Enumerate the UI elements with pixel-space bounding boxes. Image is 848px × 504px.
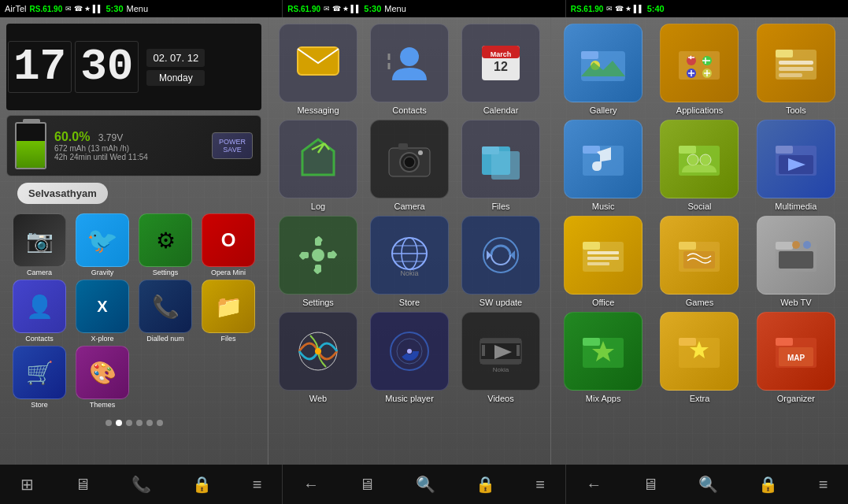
messaging-label: Messaging [297,106,339,115]
app-videos[interactable]: Nokia Videos [457,312,544,403]
app-sw-update[interactable]: SW update [457,216,544,307]
bottom-screen-icon[interactable]: 🖥 [75,476,91,494]
dot-1[interactable] [106,420,112,426]
settings-icon [279,216,357,295]
office-folder-label: Office [592,298,615,307]
battery-capacity: 672 mAh (13 mAh /h) [54,144,204,153]
svg-rect-78 [587,251,619,254]
app-store[interactable]: Nokia Store [366,216,453,307]
svg-rect-62 [776,50,793,57]
svg-marker-10 [302,139,334,175]
app-log[interactable]: Log [275,120,361,211]
folder-music[interactable]: Music [557,120,649,211]
dot-4[interactable] [136,420,143,426]
small-app-twitter[interactable]: 🐦 Gravity [72,213,132,276]
folder-games[interactable]: Games [654,216,745,307]
svg-point-14 [404,157,415,168]
battery-icon [15,122,46,169]
small-app-dialled[interactable]: 📞 Dialled num [135,280,195,343]
app-music-player[interactable]: Music player [366,312,453,403]
app-messaging[interactable]: Messaging [275,24,361,115]
dot-2[interactable] [116,420,122,426]
battery-time: 42h 24min until Wed 11:54 [54,153,204,161]
xplore-small-label: X-plore [91,335,113,343]
settings-label: Settings [302,298,334,307]
folder-gallery[interactable]: Gallery [557,24,649,115]
small-app-opera[interactable]: O Opera Mini [198,213,258,276]
contacts-label: Contacts [392,106,426,115]
folder-office[interactable]: Office [557,216,649,307]
web-tv-folder-label: Web TV [780,298,811,307]
svg-point-88 [792,241,800,249]
tools-folder-label: Tools [786,106,806,115]
dot-6[interactable] [157,420,163,426]
app-files[interactable]: Files [457,120,544,211]
bottom-back-icon[interactable]: ← [303,476,319,494]
mix-apps-folder-icon [564,312,642,391]
icons-2: ✉ ☎ ★ ▌▌ [324,5,361,13]
bottom-phone-icon[interactable]: 📞 [131,475,151,494]
small-app-store[interactable]: 🛒 Store [9,346,69,409]
clock-right: 02. 07. 12 Monday [140,24,211,110]
bottom-menu-icon-1[interactable]: ≡ [253,476,262,494]
folder-social[interactable]: Social [654,120,745,211]
app-calendar[interactable]: March12 Calendar [457,24,544,115]
extra-folder-icon [660,312,739,391]
bottom-menu-icon-3[interactable]: ≡ [819,476,828,494]
svg-rect-15 [398,143,408,150]
bottom-lock-icon-3[interactable]: 🔒 [758,475,778,494]
svg-marker-37 [487,250,491,260]
bottom-grid-icon[interactable]: ⊞ [20,475,34,494]
small-app-settings[interactable]: ⚙ Settings [135,213,195,276]
bottom-section-center: ← 🖥 🔍 🔒 ≡ [283,465,565,504]
main-app-grid: Messaging Contacts March12 Calendar [275,24,544,403]
user-profile[interactable]: Selvasathyam [17,183,108,204]
small-app-xplore[interactable]: X X-plore [72,280,132,343]
organizer-folder-icon: MAP [757,312,835,391]
balance-2: RS.61.90 [287,5,320,13]
store-icon: Nokia [370,216,449,295]
svg-text:MAP: MAP [787,354,805,362]
small-app-camera[interactable]: 📷 Camera [9,213,69,276]
small-app-contacts[interactable]: 👤 Contacts [9,280,69,343]
app-camera[interactable]: Camera [366,120,453,211]
app-web[interactable]: Web [275,312,361,403]
small-app-grid: 📷 Camera 🐦 Gravity ⚙ Settings O Opera Mi… [6,210,261,412]
svg-text:March: March [491,50,512,58]
bottom-lock-icon-2[interactable]: 🔒 [476,475,495,494]
app-settings[interactable]: Settings [275,216,361,307]
folder-multimedia[interactable]: Multimedia [750,120,842,211]
app-contacts[interactable]: Contacts [366,24,453,115]
sw-update-label: SW update [480,298,522,307]
power-save-button[interactable]: POWERSAVE [212,132,253,159]
svg-rect-19 [491,151,520,180]
bottom-search-icon[interactable]: 🔍 [416,475,435,494]
svg-rect-65 [779,73,802,77]
folder-mix-apps[interactable]: Mix Apps [557,312,649,403]
dot-3[interactable] [126,420,132,426]
bottom-screen-icon-2[interactable]: 🖥 [359,476,375,494]
small-app-themes[interactable]: 🎨 Themes [72,346,132,409]
bottom-lock-icon-1[interactable]: 🔒 [192,475,212,494]
folder-tools[interactable]: Tools [750,24,842,115]
web-icon [279,312,357,391]
clock-day: Monday [146,70,205,86]
svg-rect-86 [779,251,813,269]
bottom-screen-icon-3[interactable]: 🖥 [642,476,658,494]
themes-small-label: Themes [90,401,116,409]
bottom-menu-icon-2[interactable]: ≡ [535,476,545,494]
small-app-files[interactable]: 📁 Files [198,280,258,343]
folder-extra[interactable]: Extra [654,312,745,403]
office-folder-icon [564,216,642,295]
folder-web-tv[interactable]: Web TV [750,216,842,307]
dialled-small-label: Dialled num [146,335,184,343]
web-label: Web [309,394,327,403]
svg-rect-64 [779,67,813,71]
bottom-search-icon-2[interactable]: 🔍 [698,475,718,494]
dot-5[interactable] [146,420,153,426]
bottom-back-icon-2[interactable]: ← [586,476,602,494]
time-2: 5:30 [364,4,381,13]
folder-applications[interactable]: Applications [654,24,745,115]
svg-point-20 [312,249,324,261]
folder-organizer[interactable]: MAP Organizer [750,312,842,403]
